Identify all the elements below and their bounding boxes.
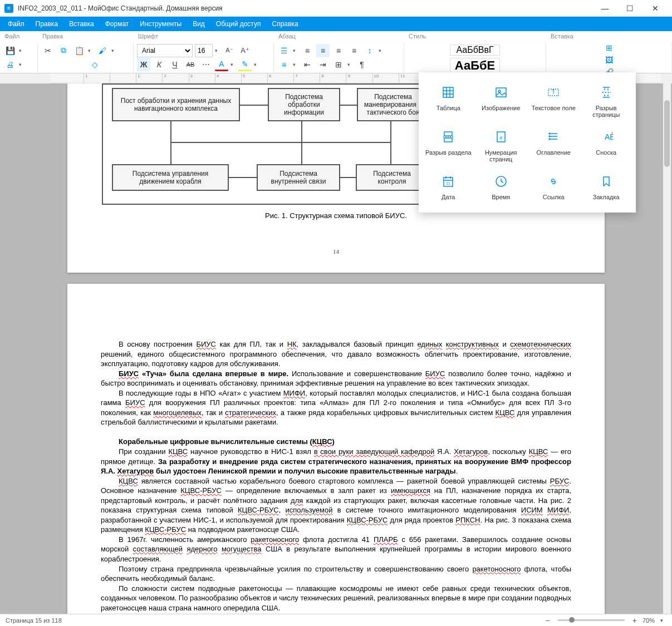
align-left-icon[interactable]: ≡ <box>301 44 314 57</box>
date-icon: 31 <box>440 174 456 189</box>
insert-toc[interactable]: Оглавление <box>527 124 580 168</box>
statusbar: Страница 15 из 118 − + 70% ▾ <box>0 614 672 626</box>
insert-table[interactable]: Таблица <box>422 79 475 124</box>
indent-icon[interactable]: ⊞ <box>332 58 345 71</box>
page-number: 14 <box>101 248 571 255</box>
line-spacing-icon[interactable]: ↕ <box>363 44 376 57</box>
increase-font-icon[interactable]: A⁺ <box>238 44 252 57</box>
insert-textbox[interactable]: T Текстовое поле <box>527 79 580 124</box>
print-dropdown-icon[interactable]: ▾ <box>19 62 24 67</box>
format-painter-icon[interactable]: 🖌 <box>96 44 109 57</box>
svg-point-19 <box>549 139 550 140</box>
save-icon[interactable]: 💾 <box>3 44 17 57</box>
pagebreak-icon <box>599 85 614 100</box>
align-right-icon[interactable]: ≡ <box>332 44 345 57</box>
highlight-icon[interactable]: ✎ <box>238 58 252 71</box>
decrease-indent-icon[interactable]: ⇤ <box>301 58 314 71</box>
zoom-thumb[interactable] <box>569 617 575 623</box>
bookmark-icon <box>599 174 614 189</box>
clear-format-icon[interactable]: ◇ <box>88 58 101 71</box>
app-icon: ≡ <box>4 4 13 13</box>
insert-image[interactable]: Изображение <box>475 79 528 124</box>
bullet-list-icon[interactable]: ☰ <box>277 44 291 57</box>
insert-table-icon[interactable]: ⊞ <box>602 43 616 52</box>
numbered-list-icon[interactable]: ≡ <box>277 58 291 71</box>
menu-share[interactable]: Общий доступ <box>210 18 267 30</box>
menubar: Файл Правка Вставка Формат Инструменты В… <box>0 17 672 31</box>
maximize-button[interactable]: ☐ <box>617 0 642 17</box>
print-icon[interactable]: 🖨 <box>3 58 17 71</box>
pilcrow-icon[interactable]: ¶ <box>355 58 369 71</box>
font-color-icon[interactable]: A <box>215 58 228 71</box>
font-family-select[interactable]: Arial <box>137 44 193 57</box>
scrollbar-thumb[interactable] <box>664 100 670 167</box>
cut-icon[interactable]: ✂ <box>41 44 55 57</box>
link-icon <box>546 174 561 189</box>
diagram-box-4: Подсистема управления движением корабля <box>112 164 229 191</box>
minimize-button[interactable]: — <box>592 0 617 17</box>
zoom-out-button[interactable]: − <box>542 616 553 625</box>
figure-caption: Рис. 1. Структурная схема типовой БИУС. <box>101 211 571 220</box>
align-center-icon[interactable]: ≡ <box>316 44 330 57</box>
zoom-dropdown-icon[interactable]: ▾ <box>657 618 666 623</box>
insert-link[interactable]: Ссылка <box>527 168 580 206</box>
vertical-scrollbar[interactable] <box>663 83 671 614</box>
insert-bookmark[interactable]: Закладка <box>580 168 633 206</box>
menu-view[interactable]: Вид <box>187 18 210 30</box>
paste-icon[interactable]: 📋 <box>72 44 86 57</box>
menu-file[interactable]: Файл <box>2 18 30 30</box>
close-button[interactable]: ✕ <box>642 0 668 17</box>
underline-button[interactable]: Ч <box>168 58 182 71</box>
page-2: В основу построения БИУС как для ПЛ, так… <box>67 284 605 614</box>
toc-icon <box>546 129 561 145</box>
toolbar-labels: Файл Правка Шрифт Абзац Стиль Вставка <box>0 31 672 42</box>
group-label-edit: Правка <box>38 31 134 42</box>
italic-button[interactable]: К <box>153 58 166 71</box>
bold-button[interactable]: Ж <box>137 58 150 71</box>
style-heading[interactable]: АаБбЕ <box>450 58 500 73</box>
time-icon <box>493 174 509 189</box>
group-label-style: Стиль <box>404 31 546 42</box>
zoom-value: 70% <box>642 617 655 624</box>
increase-indent-icon[interactable]: ⇥ <box>316 58 330 71</box>
svg-rect-5 <box>496 88 506 97</box>
strike-button[interactable]: АВ <box>184 58 197 71</box>
footnote-icon: АБ1 <box>599 129 614 145</box>
textbox-icon: T <box>546 85 561 100</box>
copy-icon[interactable]: ⧉ <box>57 44 70 57</box>
image-icon <box>493 85 509 100</box>
more-font-icon[interactable]: ⋯ <box>199 58 213 71</box>
svg-point-17 <box>549 133 550 134</box>
group-label-insert: Вставка <box>546 31 672 42</box>
insert-sectionbreak[interactable]: Разрыв раздела <box>422 124 475 168</box>
zoom-slider[interactable] <box>558 619 625 621</box>
svg-line-29 <box>501 181 503 183</box>
decrease-font-icon[interactable]: A⁻ <box>223 44 236 57</box>
menu-help[interactable]: Справка <box>266 18 303 30</box>
document-text: В основу построения БИУС как для ПЛ, так… <box>101 339 571 613</box>
svg-rect-0 <box>443 87 453 97</box>
diagram-box-1: Пост обработки и хранения данных навигац… <box>112 88 240 121</box>
insert-date[interactable]: 31 Дата <box>422 168 475 206</box>
svg-rect-10 <box>444 138 452 142</box>
menu-edit[interactable]: Правка <box>30 18 64 30</box>
menu-insert[interactable]: Вставка <box>63 18 100 30</box>
insert-pagebreak[interactable]: Разрыв страницы <box>580 79 633 124</box>
save-dropdown-icon[interactable]: ▾ <box>19 48 24 53</box>
align-justify-icon[interactable]: ≡ <box>347 44 361 57</box>
insert-pagenum[interactable]: # Нумерация страниц <box>475 124 528 168</box>
insert-dropdown-panel: Таблица Изображение T Текстовое поле Раз… <box>419 72 636 213</box>
zoom-in-button[interactable]: + <box>629 616 640 625</box>
group-label-file: Файл <box>0 31 38 42</box>
insert-time[interactable]: Время <box>475 168 528 206</box>
diagram-box-2: Подсистема обработки информации <box>268 88 340 121</box>
insert-image-icon[interactable]: 🖼 <box>602 56 616 65</box>
menu-tools[interactable]: Инструменты <box>134 18 187 30</box>
style-normal[interactable]: АаБбВвГ <box>450 45 500 56</box>
insert-footnote[interactable]: АБ1 Сноска <box>580 124 633 168</box>
window-title: INFO2_2003_02_011 - МойОфис Стандартный.… <box>18 4 592 12</box>
font-size-input[interactable] <box>195 44 213 57</box>
svg-text:1: 1 <box>611 131 613 136</box>
svg-rect-9 <box>444 132 452 136</box>
menu-format[interactable]: Формат <box>100 18 135 30</box>
